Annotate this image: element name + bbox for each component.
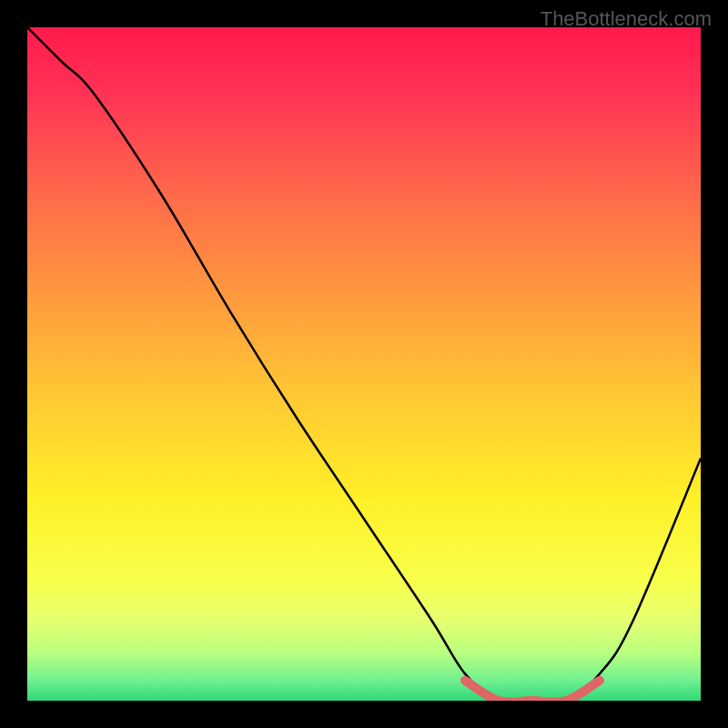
bottleneck-curve (27, 27, 701, 701)
plot-area (27, 27, 701, 701)
curve-layer (27, 27, 701, 701)
watermark-text: TheBottleneck.com (541, 7, 712, 31)
optimal-zone-curve (465, 681, 600, 701)
